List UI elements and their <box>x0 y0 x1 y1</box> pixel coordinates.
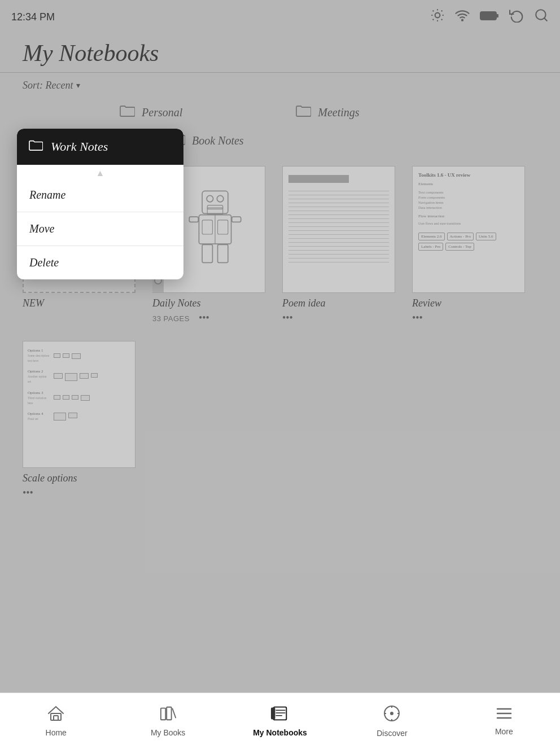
my-notebooks-icon <box>270 706 290 725</box>
svg-rect-11 <box>496 14 498 17</box>
more-options-icon-poem-idea[interactable]: ••• <box>282 312 293 324</box>
context-menu-rename[interactable]: Rename <box>17 178 183 212</box>
page-title: My Notebooks <box>23 40 537 67</box>
notebook-title-poem-idea[interactable]: Poem idea <box>282 297 325 309</box>
more-icon <box>496 706 513 724</box>
nav-item-more[interactable]: More <box>448 700 560 742</box>
more-options-icon-daily-notes[interactable]: ••• <box>199 312 209 324</box>
notebook-title-daily-notes[interactable]: Daily Notes <box>152 297 201 309</box>
more-options-icon-scale-options[interactable]: ••• <box>23 487 33 499</box>
nav-label-my-books: My Books <box>151 728 185 737</box>
nav-label-discover: Discover <box>377 729 407 738</box>
wifi-icon <box>455 8 470 26</box>
svg-point-15 <box>207 195 213 202</box>
svg-rect-30 <box>160 708 165 720</box>
notebook-title-review[interactable]: Review <box>412 297 441 309</box>
svg-line-4 <box>441 19 443 20</box>
svg-line-3 <box>433 11 434 12</box>
context-menu-arrow: ▲ <box>17 165 183 178</box>
status-icons <box>430 8 549 26</box>
folder-item-meetings[interactable]: Meetings <box>295 104 359 121</box>
context-menu-move[interactable]: Move <box>17 212 183 246</box>
folder-label-personal: Personal <box>142 106 182 119</box>
folders-row-1: 📁 Work Notes Personal Meetings <box>0 98 560 132</box>
discover-icon <box>383 705 400 726</box>
sort-label[interactable]: Sort: Recent <box>23 80 73 91</box>
svg-line-8 <box>441 11 443 12</box>
context-menu-title: Work Notes <box>51 139 108 154</box>
svg-rect-28 <box>51 713 61 720</box>
status-time: 12:34 PM <box>11 11 55 23</box>
scale-options-cover[interactable]: Options 1Some description text here Opti… <box>23 341 135 468</box>
chevron-down-icon[interactable]: ▾ <box>76 81 80 90</box>
svg-line-13 <box>544 18 547 21</box>
svg-rect-17 <box>207 205 222 209</box>
battery-icon <box>480 10 499 24</box>
bottom-nav: Home My Books My Notebooks <box>0 693 560 749</box>
svg-rect-29 <box>54 716 58 720</box>
svg-point-38 <box>391 712 393 715</box>
notebook-meta-daily-notes: 33 PAGES <box>152 314 190 323</box>
my-books-icon <box>160 706 177 725</box>
more-options-icon-review[interactable]: ••• <box>412 312 423 324</box>
nav-item-home[interactable]: Home <box>0 700 112 743</box>
svg-rect-21 <box>217 220 228 234</box>
svg-line-7 <box>433 19 434 20</box>
folder-icon <box>295 104 311 121</box>
context-menu-delete[interactable]: Delete <box>17 246 183 279</box>
folder-item-personal[interactable]: Personal <box>119 104 182 121</box>
notebook-item-scale-options[interactable]: Options 1Some description text here Opti… <box>23 341 135 499</box>
nav-item-my-notebooks[interactable]: My Notebooks <box>224 700 336 743</box>
status-bar: 12:34 PM <box>0 0 560 34</box>
notebook-item-poem-idea[interactable]: Poem idea ••• <box>282 166 395 324</box>
folder-icon-white <box>28 139 43 155</box>
scale-thumbnail: Options 1Some description text here Opti… <box>23 341 135 467</box>
notebook-item-review[interactable]: Toolkits 1.6 - UX review Elements Text c… <box>412 166 525 324</box>
nav-item-my-books[interactable]: My Books <box>112 700 224 743</box>
svg-rect-31 <box>167 707 171 720</box>
folder-label-meetings: Meetings <box>318 106 359 119</box>
home-icon <box>47 706 64 725</box>
svg-rect-25 <box>217 244 228 262</box>
nav-label-more: More <box>495 727 513 736</box>
svg-rect-32 <box>274 707 287 720</box>
notebook-title-scale-options[interactable]: Scale options <box>23 472 77 484</box>
review-thumbnail: Toolkits 1.6 - UX review Elements Text c… <box>413 167 524 292</box>
svg-rect-24 <box>202 244 212 262</box>
brightness-icon <box>430 8 445 26</box>
svg-rect-10 <box>480 12 496 20</box>
search-icon[interactable] <box>534 8 549 26</box>
poem-idea-cover[interactable] <box>282 166 395 293</box>
nav-item-discover[interactable]: Discover <box>336 699 448 743</box>
poem-lined-page <box>283 167 395 292</box>
svg-rect-22 <box>189 217 198 222</box>
review-cover[interactable]: Toolkits 1.6 - UX review Elements Text c… <box>412 166 525 293</box>
nav-label-home: Home <box>46 728 67 737</box>
context-menu-header: Work Notes <box>17 129 183 165</box>
nav-label-my-notebooks: My Notebooks <box>253 728 307 737</box>
sort-bar[interactable]: Sort: Recent ▾ <box>0 73 560 98</box>
context-menu[interactable]: Work Notes ▲ Rename Move Delete <box>17 129 183 279</box>
svg-point-16 <box>217 195 223 202</box>
page-title-area: My Notebooks <box>0 34 560 73</box>
folder-icon <box>119 104 135 121</box>
notebook-title-new: NEW <box>23 297 44 309</box>
svg-rect-23 <box>231 217 240 222</box>
svg-rect-33 <box>272 708 275 719</box>
svg-rect-14 <box>202 191 228 213</box>
svg-rect-20 <box>202 220 212 234</box>
sync-icon[interactable] <box>509 8 524 26</box>
folder-label-book-notes: Book Notes <box>192 134 244 147</box>
svg-point-0 <box>435 13 440 18</box>
svg-point-9 <box>462 20 463 21</box>
